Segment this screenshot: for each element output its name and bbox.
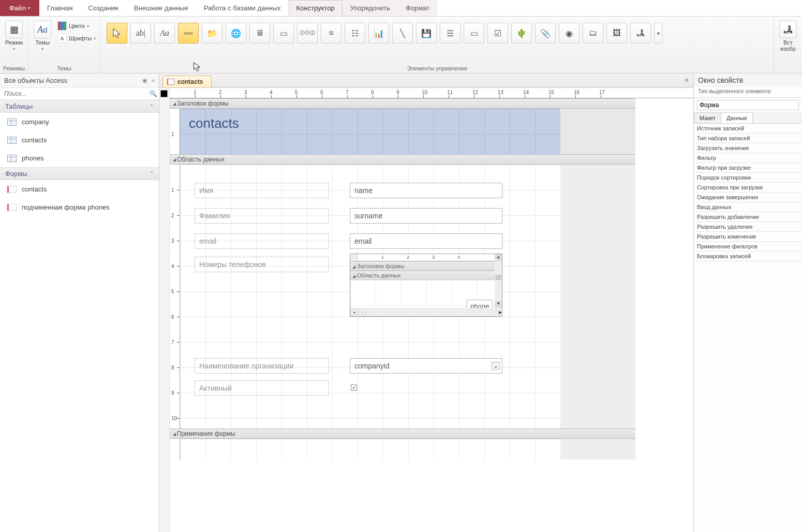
textbox-control[interactable]: surname (350, 208, 502, 224)
horizontal-ruler[interactable]: 1234567891011121314151617 (170, 88, 693, 98)
select-tool-icon[interactable] (107, 23, 127, 43)
section-bar-detail[interactable]: ◢ Область данных (170, 154, 635, 165)
ribbon-tab[interactable]: Формат (398, 0, 437, 16)
ribbon-tab[interactable]: Главная (39, 0, 80, 16)
gallery-more-icon[interactable]: ▾ (654, 23, 662, 43)
nav-item-table[interactable]: phones (0, 149, 159, 167)
vertical-ruler[interactable]: 1 (170, 109, 180, 154)
nav-search-input[interactable] (0, 88, 147, 99)
hyperlink-tool-icon[interactable]: 🌐 (226, 23, 246, 43)
dropdown-circle-icon[interactable]: ◉ (142, 77, 147, 84)
togglebutton-tool-icon[interactable]: 💾 (416, 23, 437, 43)
textbox-tool-icon[interactable]: ab| (130, 23, 151, 43)
nav-item-form[interactable]: подчиненная форма phones (0, 198, 159, 216)
property-name: Разрешить изменение (694, 232, 759, 241)
file-tab[interactable]: Файл ▾ (0, 0, 39, 16)
rectangle-tool-icon[interactable]: ▭ (464, 23, 484, 43)
property-tab-data[interactable]: Данные (721, 112, 753, 123)
subform-section-detail[interactable]: ◢ Область данных (350, 271, 502, 280)
property-row[interactable]: Разрешить изменение (694, 232, 802, 242)
nav-item-form[interactable]: contacts (0, 180, 159, 198)
combobox-control[interactable]: companyid (350, 358, 502, 374)
field-label[interactable]: Наименование организации (195, 358, 329, 374)
subform-phones[interactable]: 1234 ◢ Заголовок формы ◢ Область данных (350, 254, 502, 317)
ribbon-tab[interactable]: Внешние данные (126, 0, 196, 16)
image-tool-icon[interactable]: 🏞 (630, 23, 651, 43)
property-row[interactable]: Тип набора записей (694, 134, 802, 143)
property-row[interactable]: Применение фильтров (694, 242, 802, 252)
subform-tool-icon[interactable]: 🗂 (583, 23, 603, 43)
section-bar-footer[interactable]: ◢ Примечание формы (170, 428, 635, 439)
property-name: Блокировка записей (694, 252, 754, 261)
unboundobject-tool-icon[interactable]: 🌵 (511, 23, 532, 43)
checkbox-tool-icon[interactable]: ☑ (487, 23, 508, 43)
object-tab-contacts[interactable]: contacts (162, 76, 212, 87)
property-tab-layout[interactable]: Макет (694, 112, 721, 123)
subform-scrollbar-v[interactable]: ▴▾ (495, 254, 502, 308)
insert-image-button[interactable]: 🏞 Вст изобр (777, 19, 799, 54)
nav-section-tables[interactable]: Таблицы ⌃ (0, 100, 159, 113)
section-bar-header[interactable]: ◢ Заголовок формы (170, 98, 635, 109)
ribbon-tab[interactable]: Создание (80, 0, 126, 16)
property-row[interactable]: Ввод данных (694, 202, 802, 212)
optionbutton-tool-icon[interactable]: ◉ (559, 23, 580, 43)
field-label[interactable]: Фамилия (195, 208, 329, 224)
property-row[interactable]: Порядок сортировки (694, 173, 802, 183)
line-tool-icon[interactable]: ╲ (392, 23, 413, 43)
nav-pane-header[interactable]: Все объекты Access ◉ « (0, 73, 159, 88)
field-label[interactable]: Активный (195, 380, 329, 396)
themes-button[interactable]: Aa Темы ▾ (32, 19, 53, 53)
property-row[interactable]: Ожидание завершения (694, 193, 802, 202)
property-row[interactable]: Источник записей (694, 124, 802, 134)
button-tool-icon[interactable]: xxxx (178, 23, 199, 43)
form-footer-section[interactable] (180, 439, 635, 460)
subform-section-header[interactable]: ◢ Заголовок формы (350, 261, 502, 271)
ribbon-tab[interactable]: Упорядочить (343, 0, 398, 16)
form-title-label[interactable]: contacts (183, 113, 245, 134)
checkbox-control[interactable]: ✓ (351, 385, 357, 391)
vertical-ruler[interactable] (170, 439, 180, 460)
listbox-tool-icon[interactable]: ☰ (440, 23, 461, 43)
close-icon[interactable]: ✕ (684, 77, 689, 84)
subform-scrollbar-h[interactable]: ◂▫ ▸ (350, 308, 502, 316)
attachment-tool-icon[interactable]: 📎 (535, 23, 556, 43)
subform-selector[interactable] (350, 254, 358, 261)
vertical-ruler[interactable]: 12345678910 (170, 165, 180, 428)
optiongroup-tool-icon[interactable]: ⓍⓎⓏ (297, 23, 318, 43)
collapse-icon[interactable]: « (152, 77, 155, 84)
property-row[interactable]: Загрузить значения (694, 143, 802, 153)
nav-item-table[interactable]: company (0, 113, 159, 131)
property-selection-combo[interactable] (697, 100, 799, 110)
textbox-control[interactable]: name (350, 183, 502, 198)
navigation-tool-icon[interactable]: ▭ (273, 23, 294, 43)
form-selector[interactable] (160, 90, 168, 97)
property-row[interactable]: Фильтр (694, 153, 802, 163)
webbrowser-tool-icon[interactable]: 🖥 (249, 23, 270, 43)
boundobject-tool-icon[interactable]: 🖼 (606, 23, 627, 43)
field-label[interactable]: Имя (195, 183, 329, 198)
property-row[interactable]: Сортировка при загрузке (694, 183, 802, 193)
view-button[interactable]: ▦ Режим ▾ (3, 19, 25, 53)
colors-button[interactable]: Цвета ▾ (56, 21, 97, 31)
ribbon-tab[interactable]: Работа с базами данных (196, 0, 289, 16)
property-row[interactable]: Блокировка записей (694, 252, 802, 261)
chart-tool-icon[interactable]: 📊 (368, 23, 389, 43)
form-header-section[interactable]: contacts (180, 109, 635, 154)
field-label[interactable]: Номеры телефонов (195, 257, 329, 272)
pagebreak-tool-icon[interactable]: ≡ (321, 23, 341, 43)
fonts-button[interactable]: A Шрифты ▾ (56, 33, 97, 43)
nav-item-table[interactable]: contacts (0, 131, 159, 149)
search-icon[interactable]: 🔍 (147, 88, 159, 99)
property-row[interactable]: Фильтр при загрузке (694, 163, 802, 173)
field-label[interactable]: email (195, 233, 329, 249)
nav-section-forms[interactable]: Формы ⌃ (0, 167, 159, 180)
design-canvas[interactable]: ◢ Заголовок формы 1 contacts (170, 98, 693, 532)
property-row[interactable]: Разрешить добавление (694, 212, 802, 222)
combobox-tool-icon[interactable]: ☷ (345, 23, 365, 43)
form-detail-section[interactable]: 1234 ◢ Заголовок формы ◢ Область данных (180, 165, 635, 428)
ribbon-tab[interactable]: Конструктор (289, 0, 343, 16)
property-row[interactable]: Разрешить удаление (694, 222, 802, 232)
textbox-control[interactable]: email (350, 233, 502, 249)
label-tool-icon[interactable]: Aa (154, 23, 175, 43)
tab-tool-icon[interactable]: 📁 (202, 23, 222, 43)
